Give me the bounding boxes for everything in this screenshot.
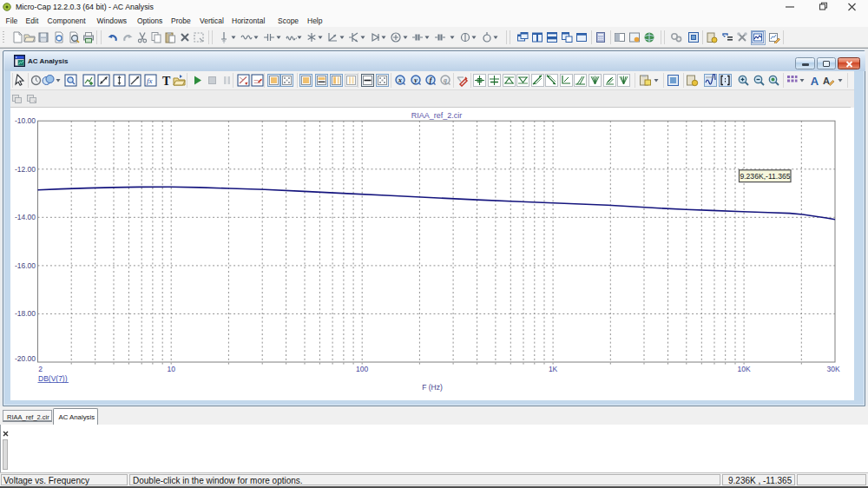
svg-text:-14.00: -14.00 bbox=[15, 213, 36, 221]
svg-text:q: q bbox=[444, 76, 447, 84]
svg-text:2: 2 bbox=[38, 365, 43, 373]
svg-text:-10.00: -10.00 bbox=[15, 116, 36, 125]
svg-text:DB(V(7)): DB(V(7)) bbox=[38, 374, 68, 383]
svg-text:RIAA_ref_2.cir: RIAA_ref_2.cir bbox=[411, 111, 463, 120]
svg-text:30K: 30K bbox=[826, 365, 839, 373]
svg-text:-20.00: -20.00 bbox=[15, 354, 36, 363]
svg-text:y: y bbox=[413, 76, 418, 84]
svg-text:-16.00: -16.00 bbox=[15, 261, 36, 270]
svg-text:-18.00: -18.00 bbox=[15, 309, 36, 318]
svg-text:A: A bbox=[810, 75, 819, 88]
svg-text:fx: fx bbox=[147, 76, 153, 85]
svg-text:9.236K,-11.365: 9.236K,-11.365 bbox=[740, 172, 790, 181]
svg-text:F (Hz): F (Hz) bbox=[422, 383, 443, 392]
svg-text:1K: 1K bbox=[549, 365, 558, 373]
svg-text:10: 10 bbox=[167, 365, 175, 373]
svg-text:-12.00: -12.00 bbox=[15, 165, 36, 174]
svg-text:100: 100 bbox=[356, 365, 368, 373]
svg-text:10K: 10K bbox=[738, 365, 751, 373]
svg-text:x: x bbox=[398, 76, 402, 84]
svg-text:T: T bbox=[162, 75, 171, 87]
